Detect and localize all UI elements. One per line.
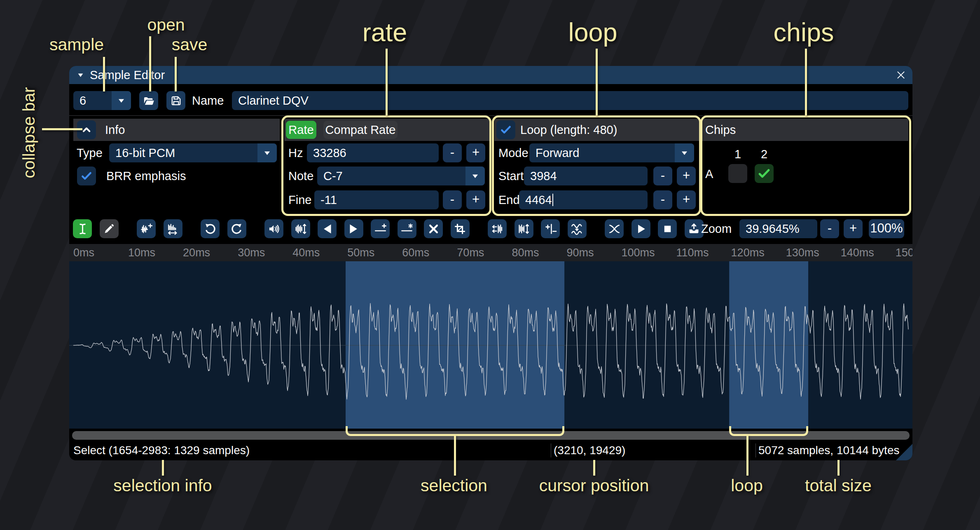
wave-filter-icon bbox=[571, 223, 583, 235]
import-button[interactable] bbox=[685, 219, 704, 238]
annotation-line-rate bbox=[386, 49, 388, 115]
brr-emphasis-label: BRR emphasis bbox=[106, 167, 186, 185]
ruler-tick: 20ms bbox=[183, 244, 210, 261]
delete-button[interactable] bbox=[424, 219, 443, 238]
amplify-button[interactable] bbox=[264, 219, 283, 238]
tri-left-icon bbox=[321, 223, 334, 235]
annotation-line-total-size bbox=[837, 460, 840, 476]
annotation-stem-loop bbox=[746, 435, 748, 476]
annotation-box-loop bbox=[492, 115, 701, 216]
speaker-icon bbox=[268, 223, 281, 235]
brr-emphasis-checkbox[interactable] bbox=[77, 167, 96, 185]
undo-button[interactable] bbox=[201, 219, 220, 238]
name-label: Name bbox=[192, 91, 224, 110]
normalize-button[interactable] bbox=[291, 219, 310, 238]
annotation-cursor-position: cursor position bbox=[539, 476, 649, 495]
open-button[interactable] bbox=[139, 91, 158, 110]
resize-button[interactable] bbox=[137, 219, 156, 238]
annotation-line-open bbox=[149, 36, 151, 91]
status-selection-info: Select (1654-2983: 1329 samples) bbox=[73, 442, 250, 459]
annotation-box-chips bbox=[700, 115, 911, 216]
stop-button[interactable] bbox=[658, 219, 677, 238]
titlebar[interactable]: Sample Editor bbox=[69, 66, 912, 84]
redo-button[interactable] bbox=[227, 219, 246, 238]
insert-silence-button[interactable] bbox=[371, 219, 390, 238]
reverse-button[interactable] bbox=[488, 219, 507, 238]
collapse-window-icon[interactable] bbox=[77, 71, 84, 79]
ruler-tick: 90ms bbox=[566, 244, 594, 261]
wave-invert-icon bbox=[517, 223, 530, 235]
ruler-tick: 140ms bbox=[841, 244, 874, 261]
status-divider bbox=[755, 443, 756, 457]
signedness-button[interactable] bbox=[541, 219, 560, 238]
annotation-line-chips bbox=[805, 49, 807, 115]
sample-number-select[interactable]: 6 bbox=[73, 91, 131, 110]
ruler-tick: 40ms bbox=[292, 244, 320, 261]
ruler-tick: 50ms bbox=[347, 244, 374, 261]
draw-tool-button[interactable] bbox=[100, 219, 119, 238]
play-button[interactable] bbox=[632, 219, 650, 238]
trim-button[interactable] bbox=[451, 219, 470, 238]
line-plus-icon bbox=[374, 223, 387, 235]
ruler-tick: 130ms bbox=[786, 244, 819, 261]
chevron-down-icon[interactable] bbox=[257, 143, 277, 162]
waveform-view[interactable] bbox=[69, 261, 912, 429]
type-select[interactable]: 16-bit PCM bbox=[109, 143, 277, 162]
sample-number-value: 6 bbox=[80, 91, 86, 110]
fade-in-button[interactable] bbox=[318, 219, 337, 238]
ruler-tick: 70ms bbox=[457, 244, 484, 261]
annotation-line-save bbox=[175, 57, 177, 91]
annotation-chips: chips bbox=[773, 17, 834, 47]
resample-button[interactable] bbox=[164, 219, 182, 238]
fade-out-button[interactable] bbox=[344, 219, 363, 238]
annotation-loop-bottom: loop bbox=[731, 476, 763, 495]
invert-button[interactable] bbox=[515, 219, 533, 238]
ruler-tick: 30ms bbox=[238, 244, 265, 261]
annotation-stem-selection bbox=[454, 435, 456, 476]
wave-reverse-icon bbox=[491, 223, 504, 235]
annotation-rate: rate bbox=[363, 17, 407, 47]
annotation-selection-info: selection info bbox=[113, 476, 212, 495]
annotation-sample: sample bbox=[49, 35, 104, 54]
type-label: Type bbox=[77, 143, 103, 162]
select-tool-button[interactable] bbox=[73, 219, 92, 238]
crop-icon bbox=[454, 223, 466, 235]
annotation-bracket-loop bbox=[729, 426, 808, 436]
status-bar: Select (1654-2983: 1329 samples) (3210, … bbox=[69, 442, 912, 460]
folder-open-icon bbox=[143, 94, 155, 107]
ruler-tick: 110ms bbox=[676, 244, 709, 261]
crossfade-button[interactable] bbox=[605, 219, 624, 238]
ruler-tick: 0ms bbox=[73, 244, 94, 261]
tri-right-icon bbox=[347, 223, 360, 235]
annotation-bracket-selection bbox=[346, 426, 564, 436]
annotation-collapse-bar: collapse bar bbox=[19, 87, 39, 178]
zoom-in-button[interactable]: + bbox=[844, 219, 863, 238]
chevron-down-icon[interactable] bbox=[112, 91, 131, 110]
status-total-size: 5072 samples, 10144 bytes bbox=[758, 442, 899, 459]
zoom-label: Zoom bbox=[701, 219, 732, 238]
annotation-line-loop bbox=[596, 49, 598, 115]
annotation-line-cursor-position bbox=[593, 460, 595, 476]
wave-stretch-icon bbox=[166, 223, 179, 235]
zoom-reset-button[interactable]: 100% bbox=[869, 219, 904, 238]
filter-button[interactable] bbox=[568, 219, 587, 238]
info-panel: Info Type 16-bit PCM BRR emphasis bbox=[73, 119, 280, 212]
ruler-tick: 120ms bbox=[731, 244, 765, 261]
close-icon[interactable] bbox=[895, 69, 907, 81]
ruler-tick: 60ms bbox=[402, 244, 429, 261]
zoom-out-button[interactable]: - bbox=[820, 219, 839, 238]
info-panel-title: Info bbox=[105, 119, 125, 141]
apply-silence-button[interactable] bbox=[398, 219, 416, 238]
page: sample open save rate loop chips collaps… bbox=[0, 0, 980, 530]
timeline-ruler[interactable]: 0ms10ms20ms30ms40ms50ms60ms70ms80ms90ms1… bbox=[69, 244, 912, 261]
annotation-line-collapse-bar bbox=[42, 128, 82, 130]
annotation-line-sample bbox=[103, 57, 105, 91]
window-title: Sample Editor bbox=[90, 66, 165, 84]
annotation-box-rate bbox=[281, 115, 491, 216]
info-panel-header: Info bbox=[73, 119, 280, 141]
x-icon bbox=[427, 223, 440, 235]
annotation-loop: loop bbox=[568, 17, 617, 47]
save-button[interactable] bbox=[166, 91, 185, 110]
zoom-input[interactable]: 39.9645% bbox=[739, 219, 817, 238]
annotation-save: save bbox=[172, 35, 208, 54]
